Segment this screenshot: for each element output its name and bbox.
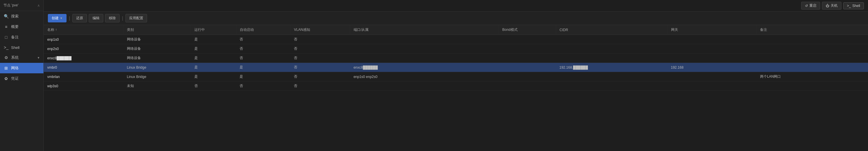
sidebar-item-label: 备注: [11, 35, 19, 40]
sidebar-item-label: 概要: [11, 24, 19, 29]
cell-gateway: [667, 35, 756, 44]
network-table: 名称 ↑ 类别 运行中 自动启动 VLAN感知 端口/从属: [44, 25, 868, 91]
restart-label: 重启: [809, 3, 816, 8]
node-label: 节点 'pve': [3, 3, 19, 8]
sidebar-item-label: Shell: [11, 45, 20, 50]
cell-autostart: 否: [236, 81, 290, 91]
cell-vlan: 否: [290, 72, 350, 81]
cell-cidr: 192.168.██████: [556, 63, 667, 72]
sidebar-item-credentials[interactable]: ✿ 凭证: [0, 73, 43, 84]
collapse-icon[interactable]: ∧: [37, 3, 40, 7]
shell-button[interactable]: >_ Shell: [843, 2, 864, 9]
sidebar-item-label: 搜索: [11, 14, 19, 19]
sidebar-item-shell[interactable]: >_ Shell: [0, 42, 43, 52]
cell-autostart: 是: [236, 63, 290, 72]
cell-bond: [499, 53, 556, 63]
cell-ports: [350, 81, 499, 91]
revert-label: 还原: [76, 16, 83, 21]
restart-icon: ↺: [805, 4, 808, 8]
main-content: ↺ 重启 ⏻ 关机 >_ Shell 创建 ▼ | 还原 编辑 移除 | 应用配…: [44, 0, 868, 151]
sidebar-item-label: 凭证: [11, 76, 19, 81]
col-header-running[interactable]: 运行中: [191, 25, 236, 35]
cell-running: 是: [191, 72, 236, 81]
sidebar-item-notes[interactable]: □ 备注: [0, 32, 43, 42]
table-row[interactable]: enp2s0网络设备是否否: [44, 44, 868, 53]
cell-running: 是: [191, 53, 236, 63]
cell-notes: [756, 63, 868, 72]
create-dropdown-icon[interactable]: ▼: [60, 16, 63, 20]
summary-icon: ≡: [3, 25, 9, 29]
cell-ports: [350, 44, 499, 53]
cell-autostart: 否: [236, 35, 290, 44]
table-row[interactable]: enxc8██████网络设备是否否: [44, 53, 868, 63]
cell-notes: [756, 44, 868, 53]
table-header-row: 名称 ↑ 类别 运行中 自动启动 VLAN感知 端口/从属: [44, 25, 868, 35]
network-table-container: 名称 ↑ 类别 运行中 自动启动 VLAN感知 端口/从属: [44, 25, 868, 151]
sidebar-header: 节点 'pve' ∧: [0, 0, 43, 11]
cell-type: 网络设备: [123, 53, 191, 63]
cell-type: 未知: [123, 81, 191, 91]
table-row[interactable]: wlp3s0未知否否否: [44, 81, 868, 91]
system-icon: ⚙: [3, 55, 9, 60]
cell-notes: [756, 35, 868, 44]
cell-autostart: 否: [236, 53, 290, 63]
toolbar-separator-1: |: [68, 16, 71, 21]
cell-gateway: [667, 81, 756, 91]
cell-bond: [499, 72, 556, 81]
cell-vlan: 否: [290, 81, 350, 91]
cell-running: 是: [191, 63, 236, 72]
table-row[interactable]: vmbrlanLinux Bridge是是否enp1s0 enp2s0两个LAN…: [44, 72, 868, 81]
apply-button[interactable]: 应用配置: [125, 14, 147, 23]
cell-bond: [499, 81, 556, 91]
cell-name: enp1s0: [44, 35, 123, 44]
remove-button[interactable]: 移除: [105, 14, 120, 23]
col-header-cidr[interactable]: CIDR: [556, 25, 667, 35]
cell-autostart: 是: [236, 72, 290, 81]
sidebar-item-summary[interactable]: ≡ 概要: [0, 22, 43, 32]
shutdown-label: 关机: [831, 3, 838, 8]
sidebar-item-search[interactable]: 🔍 搜索: [0, 11, 43, 22]
table-row[interactable]: enp1s0网络设备是否否: [44, 35, 868, 44]
col-header-type[interactable]: 类别: [123, 25, 191, 35]
cell-vlan: 否: [290, 35, 350, 44]
cell-type: 网络设备: [123, 35, 191, 44]
cell-ports: [350, 53, 499, 63]
cell-cidr: [556, 53, 667, 63]
cell-type: 网络设备: [123, 44, 191, 53]
table-row[interactable]: vmbr0Linux Bridge是是否enxc8██████192.168.█…: [44, 63, 868, 72]
cell-gateway: 192.168: [667, 63, 756, 72]
edit-label: 编辑: [92, 16, 99, 21]
col-header-ports[interactable]: 端口/从属: [350, 25, 499, 35]
col-header-bond[interactable]: Bond模式: [499, 25, 556, 35]
shell-topbar-label: Shell: [852, 4, 860, 8]
shell-icon: >_: [3, 45, 9, 50]
col-header-vlan[interactable]: VLAN感知: [290, 25, 350, 35]
cell-type: Linux Bridge: [123, 63, 191, 72]
col-header-gateway[interactable]: 网关: [667, 25, 756, 35]
cell-ports: [350, 35, 499, 44]
sidebar-item-label: 系统: [11, 55, 19, 60]
remove-label: 移除: [109, 16, 116, 21]
edit-button[interactable]: 编辑: [89, 14, 103, 23]
shutdown-button[interactable]: ⏻ 关机: [822, 2, 841, 10]
sidebar-item-network[interactable]: ⊞ 网络: [0, 63, 43, 73]
cell-vlan: 否: [290, 44, 350, 53]
sidebar-item-system[interactable]: ⚙ 系统 ▼: [0, 52, 43, 63]
col-header-autostart[interactable]: 自动启动: [236, 25, 290, 35]
create-button[interactable]: 创建 ▼: [48, 14, 66, 23]
cell-type: Linux Bridge: [123, 72, 191, 81]
system-arrow-icon: ▼: [37, 56, 40, 59]
toolbar-separator-2: |: [121, 16, 124, 21]
cell-cidr: [556, 72, 667, 81]
cell-vlan: 否: [290, 53, 350, 63]
search-icon: 🔍: [3, 14, 9, 18]
col-header-notes[interactable]: 备注: [756, 25, 868, 35]
col-header-name[interactable]: 名称 ↑: [44, 25, 123, 35]
create-label: 创建: [52, 16, 59, 21]
cell-running: 是: [191, 44, 236, 53]
cell-cidr: [556, 44, 667, 53]
revert-button[interactable]: 还原: [72, 14, 87, 23]
restart-button[interactable]: ↺ 重启: [801, 2, 820, 10]
sidebar: 节点 'pve' ∧ 🔍 搜索 ≡ 概要 □ 备注 >_ Shell ⚙ 系统 …: [0, 0, 44, 151]
cell-cidr: [556, 81, 667, 91]
